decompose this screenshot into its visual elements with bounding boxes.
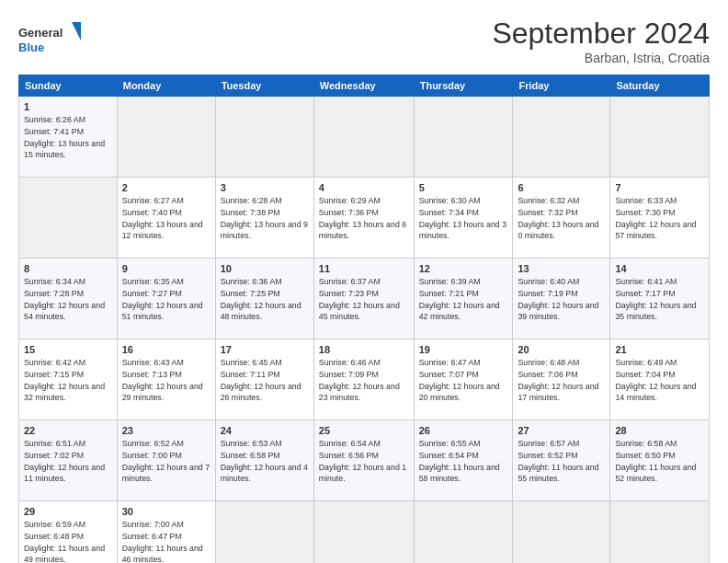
calendar-cell: 17Sunrise: 6:45 AMSunset: 7:11 PMDayligh… — [215, 339, 313, 420]
dow-header-saturday: Saturday — [610, 75, 710, 97]
day-number: 14 — [615, 262, 704, 276]
day-info: Sunrise: 6:53 AMSunset: 6:58 PMDaylight:… — [221, 439, 308, 484]
dow-header-sunday: Sunday — [19, 75, 118, 97]
day-number: 11 — [319, 262, 409, 276]
calendar-cell: 10Sunrise: 6:36 AMSunset: 7:25 PMDayligh… — [215, 259, 313, 339]
calendar-cell: 19Sunrise: 6:47 AMSunset: 7:07 PMDayligh… — [414, 339, 513, 420]
day-info: Sunrise: 6:35 AMSunset: 7:27 PMDaylight:… — [122, 277, 203, 322]
day-info: Sunrise: 6:52 AMSunset: 7:00 PMDaylight:… — [122, 439, 210, 484]
location-subtitle: Barban, Istria, Croatia — [492, 51, 710, 65]
day-number: 17 — [221, 343, 309, 357]
day-number: 28 — [615, 424, 704, 438]
day-info: Sunrise: 6:59 AMSunset: 6:48 PMDaylight:… — [24, 520, 105, 563]
calendar-cell: 29Sunrise: 6:59 AMSunset: 6:48 PMDayligh… — [19, 501, 118, 564]
day-number: 6 — [518, 181, 605, 195]
calendar-cell — [414, 97, 513, 178]
day-number: 19 — [419, 343, 508, 357]
general-blue-logo: General Blue — [18, 20, 83, 61]
calendar-cell: 5Sunrise: 6:30 AMSunset: 7:34 PMDaylight… — [414, 178, 513, 259]
calendar-cell: 9Sunrise: 6:35 AMSunset: 7:27 PMDaylight… — [117, 259, 215, 339]
day-info: Sunrise: 6:51 AMSunset: 7:02 PMDaylight:… — [24, 439, 105, 484]
day-number: 5 — [419, 181, 508, 195]
calendar-cell: 30Sunrise: 7:00 AMSunset: 6:47 PMDayligh… — [117, 501, 215, 564]
calendar-cell: 16Sunrise: 6:43 AMSunset: 7:13 PMDayligh… — [117, 339, 215, 420]
dow-header-wednesday: Wednesday — [313, 75, 414, 97]
day-info: Sunrise: 6:40 AMSunset: 7:19 PMDaylight:… — [518, 277, 598, 322]
calendar-cell: 27Sunrise: 6:57 AMSunset: 6:52 PMDayligh… — [513, 420, 610, 501]
calendar-cell — [513, 501, 610, 564]
calendar-cell: 22Sunrise: 6:51 AMSunset: 7:02 PMDayligh… — [19, 420, 118, 501]
day-number: 2 — [122, 181, 210, 195]
page: General Blue September 2024 Barban, Istr… — [0, 0, 728, 563]
day-info: Sunrise: 6:49 AMSunset: 7:04 PMDaylight:… — [615, 358, 696, 403]
header: General Blue September 2024 Barban, Istr… — [18, 17, 710, 65]
day-number: 29 — [24, 505, 112, 519]
day-number: 20 — [518, 343, 605, 357]
calendar-cell: 18Sunrise: 6:46 AMSunset: 7:09 PMDayligh… — [313, 339, 414, 420]
calendar-cell: 26Sunrise: 6:55 AMSunset: 6:54 PMDayligh… — [414, 420, 513, 501]
day-info: Sunrise: 6:47 AMSunset: 7:07 PMDaylight:… — [419, 358, 500, 403]
day-info: Sunrise: 6:34 AMSunset: 7:28 PMDaylight:… — [24, 277, 105, 322]
calendar-cell: 1Sunrise: 6:26 AMSunset: 7:41 PMDaylight… — [19, 97, 118, 178]
calendar-cell — [513, 97, 610, 178]
dow-header-thursday: Thursday — [414, 75, 513, 97]
day-info: Sunrise: 6:54 AMSunset: 6:56 PMDaylight:… — [319, 439, 406, 484]
day-number: 10 — [221, 262, 309, 276]
calendar-cell: 11Sunrise: 6:37 AMSunset: 7:23 PMDayligh… — [313, 259, 414, 339]
day-number: 25 — [319, 424, 409, 438]
calendar-cell: 14Sunrise: 6:41 AMSunset: 7:17 PMDayligh… — [610, 259, 710, 339]
calendar-cell: 4Sunrise: 6:29 AMSunset: 7:36 PMDaylight… — [313, 178, 414, 259]
calendar-cell: 3Sunrise: 6:28 AMSunset: 7:38 PMDaylight… — [215, 178, 313, 259]
day-number: 26 — [419, 424, 508, 438]
svg-marker-2 — [72, 22, 81, 40]
day-number: 21 — [615, 343, 704, 357]
calendar-cell: 15Sunrise: 6:42 AMSunset: 7:15 PMDayligh… — [19, 339, 118, 420]
calendar-cell: 20Sunrise: 6:48 AMSunset: 7:06 PMDayligh… — [513, 339, 610, 420]
day-info: Sunrise: 6:58 AMSunset: 6:50 PMDaylight:… — [615, 439, 696, 484]
day-info: Sunrise: 6:39 AMSunset: 7:21 PMDaylight:… — [419, 277, 500, 322]
logo-area: General Blue — [18, 17, 83, 61]
day-number: 30 — [122, 505, 210, 519]
day-info: Sunrise: 6:29 AMSunset: 7:36 PMDaylight:… — [319, 196, 406, 241]
calendar-cell: 2Sunrise: 6:27 AMSunset: 7:40 PMDaylight… — [117, 178, 215, 259]
day-number: 23 — [122, 424, 210, 438]
calendar-cell: 25Sunrise: 6:54 AMSunset: 6:56 PMDayligh… — [313, 420, 414, 501]
calendar-cell: 6Sunrise: 6:32 AMSunset: 7:32 PMDaylight… — [513, 178, 610, 259]
day-info: Sunrise: 6:27 AMSunset: 7:40 PMDaylight:… — [122, 196, 203, 241]
day-number: 22 — [24, 424, 112, 438]
calendar-cell — [19, 178, 118, 259]
day-info: Sunrise: 6:26 AMSunset: 7:41 PMDaylight:… — [24, 115, 105, 160]
day-info: Sunrise: 6:37 AMSunset: 7:23 PMDaylight:… — [319, 277, 400, 322]
day-info: Sunrise: 6:46 AMSunset: 7:09 PMDaylight:… — [319, 358, 400, 403]
day-number: 27 — [518, 424, 605, 438]
calendar-cell: 13Sunrise: 6:40 AMSunset: 7:19 PMDayligh… — [513, 259, 610, 339]
title-block: September 2024 Barban, Istria, Croatia — [492, 17, 710, 65]
day-info: Sunrise: 6:57 AMSunset: 6:52 PMDaylight:… — [518, 439, 598, 484]
day-number: 7 — [615, 181, 704, 195]
day-info: Sunrise: 6:45 AMSunset: 7:11 PMDaylight:… — [221, 358, 301, 403]
calendar-cell: 24Sunrise: 6:53 AMSunset: 6:58 PMDayligh… — [215, 420, 313, 501]
dow-header-tuesday: Tuesday — [215, 75, 313, 97]
day-info: Sunrise: 6:33 AMSunset: 7:30 PMDaylight:… — [615, 196, 696, 241]
day-number: 8 — [24, 262, 112, 276]
day-info: Sunrise: 7:00 AMSunset: 6:47 PMDaylight:… — [122, 520, 203, 563]
day-info: Sunrise: 6:28 AMSunset: 7:38 PMDaylight:… — [221, 196, 308, 241]
day-number: 13 — [518, 262, 605, 276]
dow-header-friday: Friday — [513, 75, 610, 97]
calendar-cell: 21Sunrise: 6:49 AMSunset: 7:04 PMDayligh… — [610, 339, 710, 420]
calendar-cell — [117, 97, 215, 178]
day-number: 1 — [24, 100, 112, 114]
calendar-cell — [215, 97, 313, 178]
svg-text:General: General — [18, 26, 63, 40]
calendar-cell — [610, 97, 710, 178]
calendar-cell: 8Sunrise: 6:34 AMSunset: 7:28 PMDaylight… — [19, 259, 118, 339]
day-number: 24 — [221, 424, 309, 438]
day-info: Sunrise: 6:30 AMSunset: 7:34 PMDaylight:… — [419, 196, 506, 241]
calendar-cell: 28Sunrise: 6:58 AMSunset: 6:50 PMDayligh… — [610, 420, 710, 501]
day-number: 16 — [122, 343, 210, 357]
svg-text:Blue: Blue — [18, 40, 44, 54]
day-number: 4 — [319, 181, 409, 195]
calendar-table: SundayMondayTuesdayWednesdayThursdayFrid… — [18, 75, 710, 563]
day-number: 3 — [221, 181, 309, 195]
day-info: Sunrise: 6:41 AMSunset: 7:17 PMDaylight:… — [615, 277, 696, 322]
